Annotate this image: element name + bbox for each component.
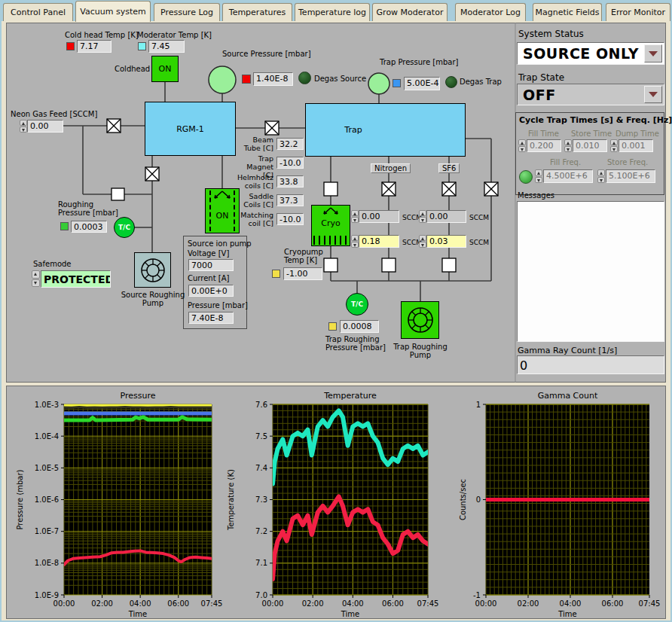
sf6-actual-unit: SCCM — [469, 239, 489, 246]
sf6-setpoint-spinner[interactable] — [419, 210, 426, 223]
source-roughing-pump-label: Source Roughing Pump — [121, 291, 185, 307]
history-charts[interactable]: 1.0E-31.0E-41.0E-51.0E-61.0E-71.0E-81.0E… — [6, 386, 666, 619]
svg-text:06:00: 06:00 — [167, 599, 189, 608]
fill-time-spinner[interactable] — [518, 139, 526, 152]
current-value: 0.00E+0 — [188, 285, 234, 297]
trap-state-value: OFF — [518, 87, 556, 103]
sf6-setpoint-value[interactable]: 0.00 — [426, 210, 466, 223]
vacuum-system-app: { "tabs": { "items": [ {"label":"Control… — [0, 0, 672, 622]
roughing-pressure-value: 0.0003 — [71, 221, 107, 233]
system-status-dropdown[interactable]: SOURCE ONLY — [517, 42, 664, 65]
moderator-temp-label: Moderator Temp [K] — [137, 31, 212, 39]
nitrogen-label: Nitrogen — [371, 163, 411, 173]
trap-roughing-pump[interactable] — [401, 301, 439, 339]
svg-text:1.0E-3: 1.0E-3 — [35, 401, 59, 409]
store-freq-spinner[interactable] — [597, 169, 605, 183]
dump-time-spinner[interactable] — [610, 139, 618, 152]
tab-temperatures[interactable]: Temperatures — [222, 3, 292, 21]
svg-text:7.1: 7.1 — [255, 559, 267, 567]
valve-beamline-icon — [265, 121, 279, 135]
nitrogen-actual-spinner[interactable] — [351, 235, 359, 248]
fill-freq-label: Fill Freq. — [550, 158, 581, 166]
fill-freq-spinner[interactable] — [535, 169, 542, 183]
voltage-label: Voltage [V] — [188, 249, 229, 258]
coldhead-on-button[interactable]: ON — [151, 56, 179, 82]
svg-text:07:45: 07:45 — [639, 599, 661, 608]
store-freq-label: Store Freq. — [607, 158, 648, 166]
fill-time-value[interactable]: 0.200 — [527, 139, 561, 152]
tab-pressure-log[interactable]: Pressure Log — [154, 3, 220, 21]
tab-vacuum-system[interactable]: Vacuum system — [75, 1, 151, 22]
source-pressure-label: Source Pressure [mbar] — [222, 50, 311, 58]
dump-time-value[interactable]: 0.001 — [619, 139, 653, 152]
fill-freq-led[interactable] — [519, 170, 533, 184]
svg-text:00:00: 00:00 — [475, 599, 497, 608]
chevron-down-icon[interactable] — [644, 44, 662, 63]
rgm1-label: RGM-1 — [176, 124, 204, 134]
degas-source-led[interactable] — [298, 72, 311, 84]
tab-magnetic-fields[interactable]: Magnetic Fields — [533, 3, 602, 21]
square-valve-sf6-icon — [442, 258, 456, 272]
chevron-down-icon[interactable] — [644, 86, 662, 103]
voltage-value: 7000 — [188, 259, 234, 271]
neon-gas-feed-value[interactable]: 0.00 — [27, 120, 63, 133]
safemode-spinner[interactable] — [32, 270, 40, 287]
trap-pressure-label: Trap Pressure [mbar] — [380, 58, 458, 66]
store-time-value[interactable]: 0.010 — [573, 139, 607, 152]
svg-text:04:00: 04:00 — [560, 599, 582, 608]
svg-text:02:00: 02:00 — [302, 599, 324, 608]
tab-temperature-log[interactable]: Temperature log — [295, 3, 370, 21]
cryo-pump-block[interactable]: Cryo — [311, 205, 350, 246]
tc-label: T/C — [118, 224, 130, 231]
valve-neon-icon — [107, 119, 121, 133]
svg-text:1.0E-4: 1.0E-4 — [35, 432, 59, 441]
tab-grow-moderator[interactable]: Grow Moderator — [372, 3, 447, 21]
tab-control-panel[interactable]: Control Panel — [3, 3, 73, 21]
neon-gas-feed-spinner[interactable] — [20, 120, 27, 133]
sf6-actual-spinner[interactable] — [419, 235, 426, 248]
tab-moderator-log[interactable]: Moderator Log — [455, 3, 526, 21]
pump-rotor-icon — [139, 256, 167, 285]
svg-text:02:00: 02:00 — [91, 599, 113, 608]
source-ion-pump-block[interactable]: ON — [205, 188, 240, 233]
trap-roughing-pressure-value: 0.0008 — [340, 320, 379, 333]
series-dark — [64, 407, 212, 408]
nitrogen-actual-value[interactable]: 0.18 — [359, 235, 399, 248]
source-ion-pump-box: Source ion pump Voltage [V] 7000 Current… — [183, 236, 247, 329]
svg-text:-1: -1 — [473, 591, 481, 599]
trap-roughing-pressure-label: Trap Roughing Pressure [mbar] — [325, 335, 390, 352]
beam-tube-value: 32.2 — [276, 138, 304, 150]
ion-pump-dash-right — [234, 191, 235, 231]
valve-sf6-icon — [442, 182, 456, 196]
svg-text:1.0E-9: 1.0E-9 — [35, 591, 59, 599]
fill-freq-value[interactable]: 4.500E+6 — [543, 169, 593, 183]
saddle-coils-value: 37.3 — [276, 194, 304, 206]
messages-box[interactable] — [517, 201, 664, 342]
trap-state-dropdown[interactable]: OFF — [517, 84, 664, 105]
cycle-title: Cycle Trap Times [s] & Freq. [Hz] — [519, 115, 672, 125]
tab-error-monitor[interactable]: Error Monitor — [606, 3, 670, 21]
cryo-label: Cryo — [312, 218, 350, 228]
nitrogen-setpoint-value[interactable]: 0.00 — [359, 210, 399, 223]
store-freq-value[interactable]: 5.100E+6 — [606, 169, 655, 183]
gamma-ray-count-value: 0 — [517, 355, 664, 374]
pump-arrows-icon — [314, 206, 347, 216]
source-pressure-value: 1.40E-8 — [253, 72, 293, 86]
pump-rotor-icon — [405, 305, 435, 335]
store-time-spinner[interactable] — [564, 139, 572, 152]
degas-trap-led[interactable] — [445, 76, 457, 88]
svg-text:1.0E-5: 1.0E-5 — [35, 464, 59, 472]
source-pressure-led — [242, 75, 251, 84]
matching-coil-value: -10.0 — [276, 213, 304, 225]
cold-head-temp-label: Cold head Temp [K] — [65, 31, 139, 39]
nitrogen-setpoint-spinner[interactable] — [351, 210, 359, 223]
sf6-actual-value[interactable]: 0.03 — [426, 235, 466, 248]
svg-text:0: 0 — [476, 495, 481, 504]
trap-roughing-pump-label: Trap Roughing Pump — [391, 343, 450, 359]
current-label: Current [A] — [188, 274, 229, 282]
svg-text:7.0: 7.0 — [255, 591, 267, 599]
beam-tube-label: Beam Tube [C] — [236, 136, 273, 152]
dump-time-label: Dump Time — [615, 130, 659, 138]
safemode-value[interactable]: PROTECTED — [41, 270, 111, 288]
source-roughing-pump[interactable] — [134, 252, 171, 288]
